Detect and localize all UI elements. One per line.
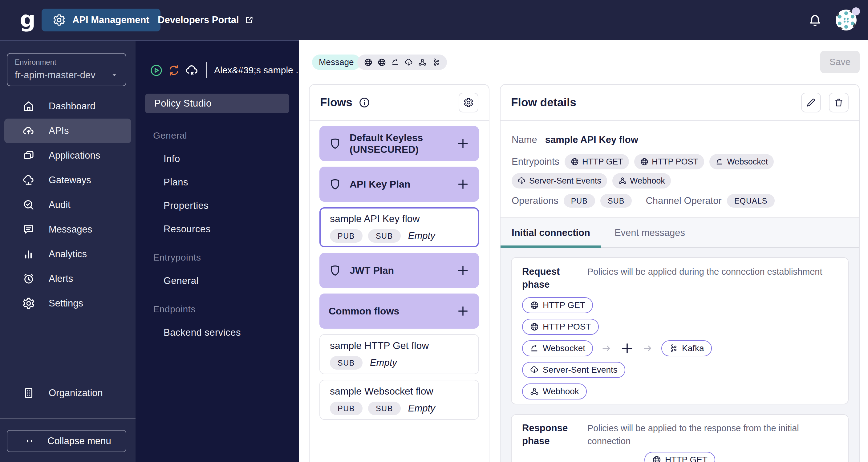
- shield-icon: [329, 178, 342, 191]
- sidebar-item-analytics[interactable]: Analytics: [4, 242, 131, 267]
- server-sent-events-icon: [530, 365, 539, 374]
- environment-select[interactable]: Environment fr-apim-master-dev: [7, 53, 126, 86]
- menu-item-policy-studio[interactable]: Policy Studio: [145, 94, 289, 113]
- sidebar-item-messages[interactable]: Messages: [4, 217, 131, 242]
- policy-chip-sse[interactable]: Server-Sent Events: [522, 362, 625, 378]
- sidebar-item-audit[interactable]: Audit: [4, 192, 131, 217]
- menu-item-properties[interactable]: Properties: [135, 194, 299, 217]
- edit-flow-button[interactable]: [801, 93, 821, 113]
- channel-operator-label: Channel Operator: [646, 195, 721, 206]
- gear-icon: [22, 297, 35, 310]
- api-management-button[interactable]: API Management: [41, 9, 160, 31]
- policy-chip-webhook[interactable]: Webhook: [522, 383, 587, 399]
- flow-title: sample API Key flow: [330, 213, 468, 224]
- sidebar-item-dashboard[interactable]: Dashboard: [4, 94, 131, 119]
- section-label-endpoints: Endpoints: [135, 298, 299, 321]
- plan-card-default-keyless[interactable]: Default Keyless (UNSECURED): [319, 126, 479, 161]
- menu-item-entrypoints-general[interactable]: General: [135, 269, 299, 292]
- api-management-label: API Management: [72, 14, 149, 26]
- user-avatar[interactable]: [835, 9, 857, 31]
- cloud-upload-icon: [22, 124, 35, 137]
- api-start-icon[interactable]: [150, 64, 163, 77]
- request-phase-description: Policies will be applied during the conn…: [587, 265, 838, 291]
- response-phase-description: Policies will be applied to the response…: [587, 422, 838, 448]
- sidebar-item-gateways[interactable]: Gateways: [4, 168, 131, 192]
- flow-card-sample-websocket[interactable]: sample Websocket flow PUB SUB Empty: [319, 380, 479, 420]
- flows-settings-button[interactable]: [459, 93, 478, 113]
- notifications-bell-icon[interactable]: [807, 12, 823, 28]
- collapse-menu-label: Collapse menu: [48, 435, 111, 446]
- gear-icon: [53, 13, 66, 27]
- plan-card-jwt[interactable]: JWT Plan: [319, 253, 479, 288]
- add-flow-icon[interactable]: [456, 137, 470, 150]
- api-sync-icon[interactable]: [167, 64, 180, 77]
- developers-portal-link[interactable]: Developers Portal: [158, 9, 254, 31]
- arrow-right-icon: [642, 343, 653, 354]
- info-icon[interactable]: [359, 97, 370, 109]
- empty-label: Empty: [408, 230, 435, 242]
- delete-flow-button[interactable]: [829, 93, 848, 113]
- websocket-icon: [715, 157, 724, 166]
- save-button[interactable]: Save: [820, 51, 860, 73]
- sub-badge: SUB: [368, 229, 401, 243]
- webhook-icon: [418, 58, 427, 67]
- plan-card-api-key[interactable]: API Key Plan: [319, 166, 479, 202]
- api-sidebar: Alex&#39;s sample ... Policy Studio Gene…: [135, 40, 299, 462]
- name-label: Name: [512, 134, 537, 145]
- entrypoint-chip-websocket: Websocket: [709, 154, 774, 170]
- tabs: Initial connection Event messages: [500, 217, 859, 248]
- sidebar-item-applications[interactable]: Applications: [4, 143, 131, 168]
- connector-chip-kafka[interactable]: Kafka: [661, 340, 712, 356]
- collapse-menu-button[interactable]: Collapse menu: [7, 430, 126, 452]
- http-get-icon: [530, 301, 539, 310]
- section-label-entrypoints: Entrypoints: [135, 246, 299, 269]
- operations-label: Operations: [512, 195, 558, 206]
- menu-item-resources[interactable]: Resources: [135, 217, 299, 241]
- sidebar-item-alerts[interactable]: Alerts: [4, 267, 131, 291]
- entrypoint-chip-sse: Server-Sent Events: [512, 173, 607, 188]
- sidebar-item-organization[interactable]: Organization: [4, 381, 131, 405]
- sidebar-item-settings[interactable]: Settings: [4, 291, 131, 316]
- server-sent-events-icon: [404, 58, 413, 67]
- channel-operator-value: EQUALS: [727, 194, 775, 208]
- sidebar-item-label: Messages: [49, 224, 92, 235]
- plan-card-common-flows[interactable]: Common flows: [319, 294, 479, 329]
- main-content: Message Save Flows Default Keyless (UNSE…: [299, 40, 868, 462]
- flow-card-sample-http-get[interactable]: sample HTTP Get flow SUB Empty: [319, 334, 479, 374]
- add-flow-icon[interactable]: [456, 304, 470, 318]
- sidebar-divider: [0, 418, 135, 419]
- menu-item-label: Policy Studio: [154, 98, 212, 109]
- menu-item-backend-services[interactable]: Backend services: [135, 321, 299, 344]
- alarm-icon: [22, 272, 35, 285]
- sub-badge: SUB: [330, 356, 363, 370]
- sub-badge: SUB: [368, 402, 401, 415]
- policy-chip-http-get[interactable]: HTTP GET: [522, 297, 593, 313]
- sidebar-item-label: Alerts: [49, 273, 73, 284]
- menu-item-info[interactable]: Info: [135, 147, 299, 171]
- sub-badge: SUB: [600, 194, 632, 208]
- add-policy-icon[interactable]: [620, 341, 634, 356]
- flow-details-title: Flow details: [511, 96, 576, 109]
- flows-panel: Flows Default Keyless (UNSECURED) API Ke…: [309, 84, 490, 462]
- pub-badge: PUB: [330, 402, 363, 415]
- pencil-icon: [806, 97, 816, 108]
- sidebar-item-label: APIs: [49, 125, 69, 136]
- flow-card-sample-api-key[interactable]: sample API Key flow PUB SUB Empty: [319, 207, 479, 247]
- pub-badge: PUB: [564, 194, 595, 208]
- sidebar-item-label: Audit: [49, 199, 70, 210]
- bar-chart-icon: [22, 248, 35, 260]
- tab-event-messages[interactable]: Event messages: [601, 218, 698, 247]
- menu-item-plans[interactable]: Plans: [135, 171, 299, 194]
- request-phase-box: Request phase Policies will be applied d…: [511, 257, 848, 404]
- http-post-icon: [377, 58, 386, 67]
- policy-chip-websocket[interactable]: Websocket: [522, 340, 593, 356]
- sidebar-item-apis[interactable]: APIs: [4, 119, 131, 143]
- policy-chip-http-post[interactable]: HTTP POST: [522, 319, 599, 335]
- policy-chip-http-get[interactable]: HTTP GET: [644, 452, 715, 462]
- add-flow-icon[interactable]: [456, 264, 470, 277]
- add-flow-icon[interactable]: [456, 177, 470, 191]
- gravitee-logo[interactable]: g: [20, 8, 36, 30]
- entrypoint-chip-http-get: HTTP GET: [565, 154, 629, 170]
- api-unpublished-icon[interactable]: [185, 63, 199, 78]
- tab-initial-connection[interactable]: Initial connection: [500, 218, 601, 247]
